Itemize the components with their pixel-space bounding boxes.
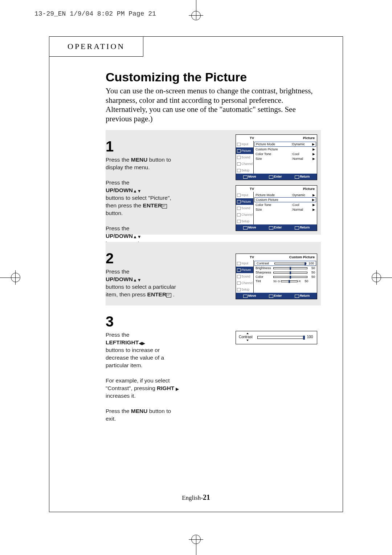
slider-sharpness: Sharpness 50 — [254, 270, 317, 275]
t: Picture — [241, 268, 251, 272]
sidebar-item-setup: Setup — [236, 167, 253, 174]
row-picture-mode: Picture Mode: Dynamic▶ — [254, 142, 316, 147]
slider-track — [273, 267, 307, 269]
t: Picture — [241, 200, 251, 203]
enter-label: ENTER — [147, 291, 167, 297]
t: Press the — [106, 179, 129, 186]
t: Dynamic — [293, 193, 311, 197]
tint-r-label: R — [299, 280, 301, 283]
sidebar-item-input: Input — [236, 141, 253, 147]
slider-thumb — [289, 280, 290, 283]
tv-menu-custom-picture: TV Picture Input Picture Sound Channel S… — [236, 185, 317, 231]
intro-text: You can use the on-screen menus to chang… — [106, 86, 321, 123]
tv-footer: Move Enter Return — [236, 293, 317, 299]
t: button. — [106, 210, 123, 216]
foot-return: Return — [295, 226, 310, 229]
tv-header: TV Custom Picture — [236, 254, 317, 260]
picture-icon — [237, 149, 241, 153]
sound-icon — [237, 156, 241, 159]
slider-brightness: Brightness 50 — [254, 266, 317, 270]
print-header: 13-29_EN 1/9/04 8:02 PM Page 21 — [34, 10, 156, 17]
updown-label: UP/DOWN — [106, 233, 133, 239]
sidebar-item-picture: Picture — [236, 147, 253, 154]
tv-menu-sliders: TV Custom Picture Input Picture Sound Ch… — [236, 254, 317, 299]
contrast-adjust-box: Contrast 100 — [236, 331, 317, 344]
slider-track — [274, 263, 306, 264]
page-footer: English-21 — [49, 493, 343, 502]
chevron-right-icon: ▶ — [311, 157, 315, 161]
t: Color — [256, 275, 272, 279]
slider-contrast: Contrast 100 — [254, 261, 316, 266]
updown-arrows-icon: ▲▼ — [133, 234, 142, 239]
sidebar-item-channel: Channel — [236, 161, 253, 167]
page-title: Customizing the Picture — [106, 70, 321, 84]
t: Press the — [106, 225, 129, 231]
t: increases it. — [106, 393, 136, 399]
enter-label: ENTER — [143, 202, 162, 208]
tv-header: TV Picture — [236, 186, 317, 192]
tv-footer: Move Enter Return — [236, 224, 317, 230]
input-icon — [237, 143, 241, 146]
t: Picture Mode — [256, 142, 291, 146]
intro-line1: You can use the on-screen menus to chang… — [106, 86, 313, 105]
t: Cool — [293, 203, 311, 207]
tv-sidebar: Input Picture Sound Channel Setup — [236, 260, 253, 293]
foot-enter: Enter — [269, 175, 282, 178]
contrast-label: Contrast — [239, 335, 253, 339]
t: 100 — [307, 262, 314, 265]
picture-icon — [237, 200, 241, 203]
slider-track — [273, 272, 307, 274]
slider-track — [281, 280, 297, 282]
t: Size — [256, 208, 291, 211]
row-color-tone: Color Tone: Cool▶ — [254, 202, 317, 207]
row-size: Size: Normal▶ — [254, 207, 317, 212]
channel-icon — [237, 162, 241, 166]
sidebar-item-input: Input — [236, 192, 253, 198]
foot-return: Return — [295, 175, 310, 178]
input-icon — [237, 194, 241, 197]
chevron-right-icon: ▶ — [311, 193, 315, 197]
t: Picture Mode — [256, 193, 291, 197]
picture-label: Picture — [303, 136, 315, 140]
sidebar-item-channel: Channel — [236, 211, 253, 218]
sidebar-item-sound: Sound — [236, 205, 253, 211]
updown-arrows-icon: ▲▼ — [133, 278, 142, 283]
chevron-right-icon: ▶ — [311, 203, 315, 207]
contrast-value: 100 — [307, 335, 313, 339]
tint-g-value: 50 — [273, 280, 277, 283]
step-2-text: Press the UP/DOWN▲▼ buttons to select a … — [106, 268, 178, 299]
sound-icon — [237, 275, 241, 278]
tv-menu-picture-mode: TV Picture Input Picture Sound Channel S… — [236, 134, 317, 180]
t: Setup — [241, 288, 249, 291]
t: Custom Picture — [256, 147, 293, 151]
sidebar-item-input: Input — [236, 260, 253, 267]
t: Contrast — [257, 262, 273, 265]
t: Channel — [241, 162, 253, 166]
t: buttons to increase or decrease the valu… — [106, 347, 164, 368]
channel-icon — [237, 213, 241, 216]
row-color-tone: Color Tone: Cool▶ — [254, 151, 317, 156]
contrast-bar — [257, 336, 305, 339]
setup-icon — [237, 169, 241, 172]
foot-enter: Enter — [269, 226, 282, 229]
page-frame: OPERATION Customizing the Picture You ca… — [49, 36, 343, 512]
t: Setup — [241, 169, 249, 172]
tv-header: TV Picture — [236, 135, 317, 141]
step-3-text: Press the LEFT/RIGHT◀▶ buttons to increa… — [106, 331, 180, 422]
step-3-number: 3 — [106, 313, 321, 330]
t: Input — [241, 262, 248, 265]
tv-footer: Move Enter Return — [236, 174, 317, 179]
updown-label: UP/DOWN — [106, 187, 133, 193]
contrast-label-wrap: Contrast — [239, 335, 256, 339]
updown-label: UP/DOWN — [106, 276, 133, 282]
step-1-block: 1 Press the MENU button to display the m… — [106, 130, 321, 235]
menu-label: MENU — [131, 408, 148, 414]
slider-color: Color 50 — [254, 275, 317, 279]
footer-lang: English- — [182, 494, 203, 501]
t: Sound — [241, 275, 250, 278]
tv-label: TV — [250, 187, 254, 191]
chevron-right-icon: ▶ — [311, 142, 315, 146]
foot-move: Move — [243, 294, 256, 297]
updown-arrows-icon: ▲▼ — [133, 189, 142, 194]
t: Input — [241, 193, 248, 197]
